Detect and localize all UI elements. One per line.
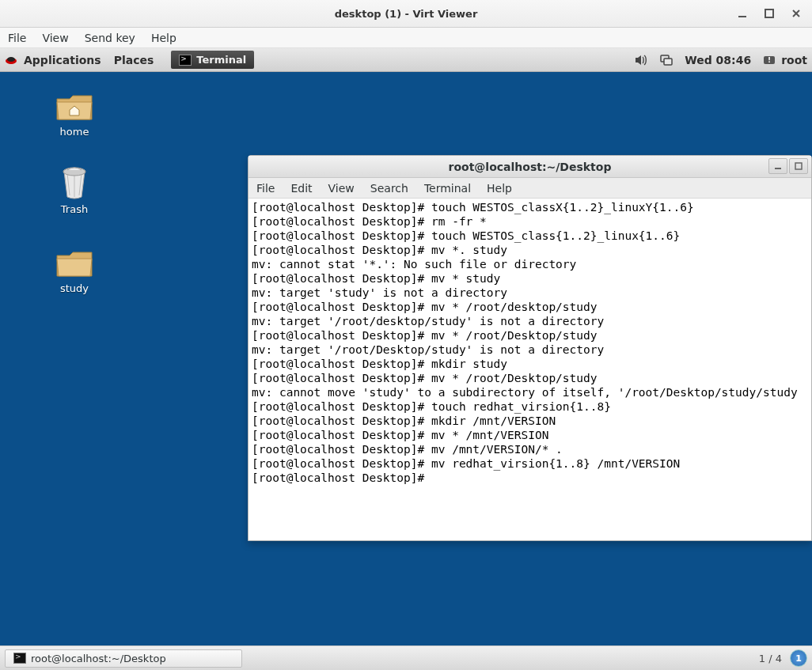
volume-icon[interactable] xyxy=(634,53,648,67)
applications-menu[interactable]: Applications xyxy=(5,54,101,66)
terminal-icon xyxy=(179,55,192,66)
gnome-top-panel: Applications Places Terminal Wed 08:46 !… xyxy=(0,48,812,72)
svg-point-5 xyxy=(7,57,15,62)
virt-menu-view[interactable]: View xyxy=(42,32,68,44)
virt-viewer-title: desktop (1) - Virt Viewer xyxy=(335,8,478,20)
desktop-icon-label: home xyxy=(43,126,106,138)
minimize-button[interactable] xyxy=(736,7,749,20)
workspace-switcher[interactable]: 1 xyxy=(790,649,807,667)
virt-menu-sendkey[interactable]: Send key xyxy=(85,32,135,44)
terminal-titlebar[interactable]: root@localhost:~/Desktop xyxy=(249,156,811,178)
places-menu[interactable]: Places xyxy=(114,54,154,66)
svg-rect-1 xyxy=(765,9,773,17)
desktop-icon-label: study xyxy=(43,282,106,294)
desktop-area[interactable]: home Trash study root@localhost:~/Deskto… xyxy=(0,72,812,645)
bottom-task-terminal[interactable]: root@localhost:~/Desktop xyxy=(5,649,242,668)
svg-rect-12 xyxy=(775,168,781,169)
terminal-menu-edit[interactable]: Edit xyxy=(290,182,312,195)
svg-rect-7 xyxy=(664,59,672,65)
terminal-title: root@localhost:~/Desktop xyxy=(449,161,612,173)
svg-rect-13 xyxy=(795,163,802,169)
network-icon[interactable] xyxy=(659,53,674,67)
terminal-menu-file[interactable]: File xyxy=(256,182,275,195)
desktop-icon-home[interactable]: home xyxy=(43,91,106,138)
user-menu[interactable]: ! root xyxy=(762,53,807,67)
terminal-minimize-button[interactable] xyxy=(768,158,787,174)
home-folder-icon xyxy=(55,91,93,123)
terminal-menu-view[interactable]: View xyxy=(328,182,355,195)
taskbar-terminal[interactable]: Terminal xyxy=(171,51,254,69)
virt-menu-file[interactable]: File xyxy=(8,32,26,44)
terminal-menu-help[interactable]: Help xyxy=(487,182,512,195)
close-button[interactable] xyxy=(790,7,803,20)
virt-viewer-menubar: File View Send key Help xyxy=(0,28,812,48)
clock[interactable]: Wed 08:46 xyxy=(685,54,751,66)
desktop-icon-label: Trash xyxy=(43,203,106,215)
terminal-menu-terminal[interactable]: Terminal xyxy=(424,182,471,195)
terminal-icon xyxy=(13,653,26,664)
user-alert-icon: ! xyxy=(762,53,776,67)
desktop-icon-study[interactable]: study xyxy=(43,248,106,294)
svg-text:!: ! xyxy=(768,56,771,64)
maximize-button[interactable] xyxy=(763,7,776,20)
virt-viewer-titlebar: desktop (1) - Virt Viewer xyxy=(0,0,812,28)
workspace-text: 1 / 4 xyxy=(759,653,782,664)
svg-rect-0 xyxy=(738,16,746,17)
folder-icon xyxy=(55,248,93,279)
bottom-task-label: root@localhost:~/Desktop xyxy=(31,653,166,664)
trash-icon xyxy=(58,165,91,200)
terminal-window: root@localhost:~/Desktop File Edit View … xyxy=(248,155,812,541)
bottom-panel: root@localhost:~/Desktop 1 / 4 1 xyxy=(0,645,812,670)
redhat-icon xyxy=(5,54,17,66)
terminal-output[interactable]: [root@localhost Desktop]# touch WESTOS_c… xyxy=(249,199,811,540)
terminal-menubar: File Edit View Search Terminal Help xyxy=(249,178,811,199)
terminal-maximize-button[interactable] xyxy=(789,158,808,174)
virt-menu-help[interactable]: Help xyxy=(151,32,176,44)
terminal-menu-search[interactable]: Search xyxy=(370,182,408,195)
desktop-icon-trash[interactable]: Trash xyxy=(43,165,106,215)
